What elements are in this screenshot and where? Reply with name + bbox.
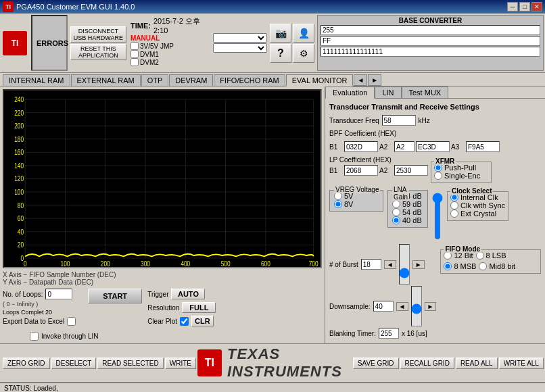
bpf-b1-input[interactable] bbox=[344, 141, 378, 152]
tab-internal-ram[interactable]: INTERNAL RAM bbox=[3, 74, 70, 86]
question-button[interactable]: ? bbox=[270, 44, 291, 63]
base-input-hex[interactable] bbox=[321, 36, 540, 46]
start-button[interactable]: START bbox=[88, 289, 142, 303]
lp-b1-input[interactable] bbox=[344, 165, 378, 176]
write-all-button[interactable]: WRITE ALL bbox=[499, 358, 544, 369]
fifo-mid8-row: Mid8 bit bbox=[479, 262, 515, 270]
tab-otp[interactable]: OTP bbox=[141, 74, 169, 86]
xfmr-title: XFMR bbox=[434, 157, 456, 165]
zero-grid-button[interactable]: ZERO GRID bbox=[3, 358, 50, 369]
svg-text:80: 80 bbox=[18, 201, 24, 210]
time-section: TIME: 2015-7-2 오후 2:10 MANUAL 3V/5V JMP … bbox=[129, 15, 210, 71]
disconnect-button[interactable]: DISCONNECTUSB HARDWARE bbox=[70, 26, 126, 43]
downsample-right-btn[interactable]: ► bbox=[425, 302, 437, 311]
eval-tab-test-mux[interactable]: Test MUX bbox=[402, 87, 449, 98]
burst-slider[interactable] bbox=[399, 244, 410, 285]
person-button[interactable]: 👤 bbox=[293, 24, 314, 43]
base-input-dec[interactable] bbox=[321, 25, 540, 35]
dropdown-select2[interactable] bbox=[213, 43, 267, 53]
svg-text:160: 160 bbox=[14, 148, 24, 156]
clock-ext-row: Ext Crystal bbox=[450, 210, 505, 218]
cb-dvm2[interactable] bbox=[131, 58, 139, 66]
tab-arrow-right[interactable]: ► bbox=[368, 74, 381, 86]
svg-text:20: 20 bbox=[18, 241, 24, 249]
bpf-a2-input[interactable] bbox=[394, 141, 414, 152]
eval-tab-lin[interactable]: LIN bbox=[375, 87, 401, 98]
xfmr-single-enc-label: Single-Enc bbox=[444, 172, 480, 180]
tab-eval-monitor[interactable]: EVAL MONITOR bbox=[286, 74, 354, 87]
fifo-mid8-radio[interactable] bbox=[479, 262, 487, 270]
errors-section: ERRORS bbox=[31, 15, 68, 71]
blanking-label: Blanking Timer: bbox=[329, 330, 376, 337]
svg-text:220: 220 bbox=[14, 109, 24, 117]
downsample-input[interactable] bbox=[373, 301, 394, 312]
cb-3v5v[interactable] bbox=[131, 42, 139, 50]
lna-40-radio[interactable] bbox=[392, 216, 400, 224]
bpf-a3-input[interactable] bbox=[466, 141, 500, 152]
reset-button[interactable]: RESET THISAPPLICATION bbox=[70, 44, 126, 60]
trigger-label: Trigger bbox=[147, 291, 168, 298]
no-loops-input[interactable] bbox=[45, 289, 72, 299]
clr-button[interactable]: CLR bbox=[191, 316, 214, 326]
close-button[interactable]: ✕ bbox=[531, 2, 542, 11]
dropdown-select[interactable] bbox=[213, 33, 267, 43]
invoke-checkbox[interactable] bbox=[30, 332, 39, 341]
burst-left-btn[interactable]: ◄ bbox=[384, 260, 396, 269]
minimize-button[interactable]: ─ bbox=[507, 2, 518, 11]
vreg-8v-radio[interactable] bbox=[334, 200, 342, 208]
chart-area: 240 220 200 180 160 140 120 100 80 60 40… bbox=[3, 89, 322, 268]
xfmr-single-enc-radio[interactable] bbox=[434, 172, 442, 180]
tab-devram[interactable]: DEVRAM bbox=[169, 74, 213, 86]
camera-button[interactable]: 📷 bbox=[270, 24, 291, 43]
read-all-button[interactable]: READ ALL bbox=[456, 358, 498, 369]
clock-sync-label: Clk with Sync bbox=[460, 201, 505, 210]
save-grid-button[interactable]: SAVE GRID bbox=[353, 358, 399, 369]
no-loops-label: No. of Loops: bbox=[3, 291, 43, 298]
burst-input[interactable] bbox=[361, 259, 381, 270]
clock-sync-radio[interactable] bbox=[450, 201, 458, 210]
bpf-coeff-row: B1 A2 A3 bbox=[329, 141, 541, 152]
cb-dvm1[interactable] bbox=[131, 50, 139, 58]
write-button[interactable]: WRITE bbox=[165, 358, 196, 369]
lp-a2-input[interactable] bbox=[394, 165, 428, 176]
base-input-bin[interactable] bbox=[321, 47, 540, 57]
svg-text:200: 200 bbox=[14, 122, 24, 130]
vreg-title: VREG Voltage bbox=[334, 186, 380, 193]
fifo-8msb-label: 8 MSB bbox=[454, 262, 476, 270]
tab-arrow-left[interactable]: ◄ bbox=[354, 74, 367, 86]
tab-fifo-echo-ram[interactable]: FIFO/ECHO RAM bbox=[214, 74, 285, 86]
fifo-8msb-radio[interactable] bbox=[444, 262, 452, 270]
lna-54-radio[interactable] bbox=[392, 208, 400, 216]
deselect-button[interactable]: DESELECT bbox=[51, 358, 97, 369]
export-checkbox[interactable] bbox=[67, 317, 76, 326]
blanking-unit: x 16 [us] bbox=[402, 330, 427, 337]
tab-external-ram[interactable]: EXTERNAL RAM bbox=[71, 74, 141, 86]
maximize-button[interactable]: □ bbox=[519, 2, 530, 11]
lna-54-label: 54 dB bbox=[402, 208, 422, 216]
lna-59-radio[interactable] bbox=[392, 200, 400, 208]
x-axis-label: X Axis − FIFO Sample Number (DEC) bbox=[3, 271, 322, 278]
bpf-b1-label: B1 bbox=[329, 143, 343, 151]
blanking-input[interactable] bbox=[379, 328, 399, 339]
time-value: 2015-7-2 오후 2:10 bbox=[153, 16, 209, 34]
clock-ext-radio[interactable] bbox=[450, 210, 458, 218]
freq-input[interactable] bbox=[382, 115, 416, 126]
burst-right-btn[interactable]: ► bbox=[412, 260, 425, 269]
downsample-left-btn[interactable]: ◄ bbox=[396, 302, 408, 311]
downsample-slider[interactable] bbox=[411, 286, 422, 326]
freq-label: Transducer Freq bbox=[329, 117, 379, 124]
read-selected-button[interactable]: READ SELECTED bbox=[97, 358, 163, 369]
lna-54-row: 54 dB bbox=[392, 208, 423, 216]
recall-grid-button[interactable]: RECALL GRID bbox=[400, 358, 454, 369]
left-controls: No. of Loops: ( 0 − Infinity ) Loops Com… bbox=[3, 289, 76, 326]
lna-slider[interactable] bbox=[432, 193, 443, 240]
bpf-ec3d-input[interactable] bbox=[416, 141, 450, 152]
svg-text:100: 100 bbox=[14, 188, 24, 196]
eval-tab-evaluation[interactable]: Evaluation bbox=[325, 87, 375, 99]
trigger-button[interactable]: AUTO bbox=[171, 289, 205, 299]
clear-plot-checkbox[interactable] bbox=[180, 317, 189, 326]
settings-button[interactable]: ⚙ bbox=[293, 44, 314, 63]
svg-text:100: 100 bbox=[61, 260, 70, 267]
resolution-button[interactable]: FULL bbox=[182, 302, 216, 313]
vreg-group: VREG Voltage 5V 8V bbox=[329, 190, 383, 212]
